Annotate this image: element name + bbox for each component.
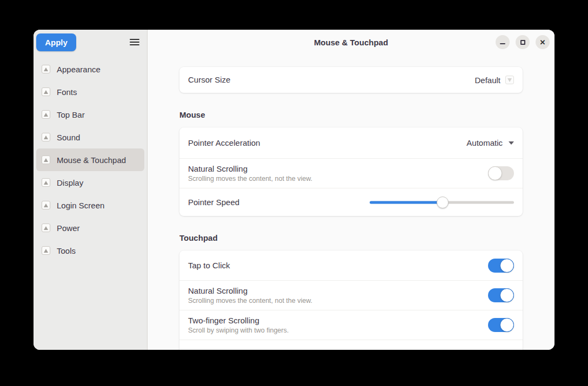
toggle-knob: [500, 318, 514, 332]
sidebar: Apply Appearance Fonts Top Bar Sound: [34, 30, 148, 350]
minimize-icon: [500, 43, 505, 44]
slider-handle[interactable]: [437, 197, 449, 208]
image-missing-icon: [42, 201, 50, 209]
maximize-button[interactable]: [516, 35, 530, 49]
clipped-row: [179, 340, 523, 350]
close-button[interactable]: ✕: [536, 35, 550, 49]
image-missing-icon: [42, 155, 50, 164]
apply-button[interactable]: Apply: [36, 33, 76, 51]
sidebar-nav: Appearance Fonts Top Bar Sound Mouse & T…: [34, 55, 147, 265]
pointer-speed-row: Pointer Speed: [179, 188, 523, 216]
image-missing-icon: [42, 246, 50, 255]
slider-fill: [370, 201, 443, 204]
natural-scrolling-label: Natural Scrolling: [188, 164, 488, 173]
toggle-knob: [500, 288, 514, 302]
minimize-button[interactable]: [496, 35, 510, 49]
sidebar-item-label: Sound: [57, 133, 80, 142]
two-finger-scrolling-subtitle: Scroll by swiping with two fingers.: [188, 327, 488, 334]
sidebar-item-label: Power: [57, 224, 80, 233]
pointer-acceleration-value: Automatic: [466, 138, 503, 147]
sidebar-item-tools[interactable]: Tools: [36, 239, 144, 262]
image-missing-icon: [42, 110, 50, 119]
toggle-knob: [488, 166, 502, 180]
tap-to-click-row: Tap to Click: [179, 250, 523, 280]
natural-scrolling-subtitle: Scrolling moves the content, not the vie…: [188, 297, 488, 304]
mouse-natural-scrolling-row: Natural Scrolling Scrolling moves the co…: [179, 158, 523, 188]
sidebar-item-label: Fonts: [57, 87, 77, 97]
two-finger-scrolling-toggle[interactable]: [488, 318, 514, 332]
two-finger-scrolling-row: Two-finger Scrolling Scroll by swiping w…: [179, 310, 523, 340]
sidebar-item-power[interactable]: Power: [36, 216, 144, 239]
cursor-size-selected-option: Default: [475, 76, 500, 85]
sidebar-item-display[interactable]: Display: [36, 171, 144, 194]
natural-scrolling-subtitle: Scrolling moves the content, not the vie…: [188, 175, 488, 182]
mouse-card: Pointer Acceleration Automatic Natural S…: [179, 127, 523, 216]
pointer-acceleration-label: Pointer Acceleration: [188, 138, 260, 147]
tap-to-click-toggle[interactable]: [488, 259, 514, 273]
maximize-icon: [520, 40, 525, 45]
natural-scrolling-label: Natural Scrolling: [188, 286, 488, 295]
image-missing-icon: [42, 178, 50, 187]
content-pane: Mouse & Touchpad ✕ Cursor Size Default M…: [148, 30, 554, 350]
mouse-section-heading: Mouse: [179, 110, 523, 120]
tap-to-click-label: Tap to Click: [188, 261, 230, 270]
close-icon: ✕: [540, 39, 546, 46]
sidebar-item-login-screen[interactable]: Login Screen: [36, 194, 144, 216]
sidebar-headerbar: Apply: [34, 30, 147, 55]
sidebar-item-appearance[interactable]: Appearance: [36, 58, 144, 80]
cursor-size-label: Cursor Size: [188, 75, 230, 84]
sidebar-item-label: Tools: [57, 246, 76, 255]
dropdown-placeholder-icon: [505, 76, 514, 84]
sidebar-item-mouse-touchpad[interactable]: Mouse & Touchpad: [36, 148, 144, 171]
mouse-natural-scrolling-toggle[interactable]: [488, 166, 514, 180]
image-missing-icon: [42, 133, 50, 141]
touchpad-section-heading: Touchpad: [179, 233, 523, 243]
cursor-size-row[interactable]: Cursor Size Default: [179, 67, 523, 93]
touchpad-card: Tap to Click Natural Scrolling Scrolling…: [179, 250, 523, 350]
sidebar-item-label: Login Screen: [57, 201, 104, 210]
chevron-down-icon: [509, 141, 514, 145]
touchpad-natural-scrolling-toggle[interactable]: [488, 288, 514, 302]
sidebar-item-fonts[interactable]: Fonts: [36, 80, 144, 103]
two-finger-scrolling-label: Two-finger Scrolling: [188, 316, 488, 325]
page-title: Mouse & Touchpad: [314, 38, 388, 47]
pointer-acceleration-row[interactable]: Pointer Acceleration Automatic: [179, 127, 523, 158]
window-controls: ✕: [496, 35, 550, 49]
pointer-speed-label: Pointer Speed: [188, 198, 239, 207]
pointer-speed-slider[interactable]: [370, 196, 514, 209]
gnome-tweaks-window: Apply Appearance Fonts Top Bar Sound: [34, 30, 554, 350]
settings-scroll-area: Cursor Size Default Mouse Pointer Accele…: [148, 55, 554, 350]
image-missing-icon: [42, 224, 50, 232]
sidebar-item-sound[interactable]: Sound: [36, 126, 144, 148]
headerbar: Mouse & Touchpad ✕: [148, 30, 554, 55]
toggle-knob: [500, 259, 514, 273]
image-missing-icon: [42, 65, 50, 73]
cursor-size-card: Cursor Size Default: [179, 67, 523, 93]
image-missing-icon: [42, 87, 50, 96]
sidebar-item-top-bar[interactable]: Top Bar: [36, 103, 144, 126]
cursor-size-value[interactable]: Default: [475, 76, 514, 85]
sidebar-item-label: Appearance: [57, 65, 101, 74]
touchpad-natural-scrolling-row: Natural Scrolling Scrolling moves the co…: [179, 280, 523, 310]
pointer-acceleration-dropdown[interactable]: Automatic: [466, 138, 514, 147]
sidebar-item-label: Mouse & Touchpad: [57, 155, 126, 165]
sidebar-item-label: Display: [57, 178, 83, 187]
sidebar-item-label: Top Bar: [57, 110, 85, 119]
menu-icon[interactable]: [130, 37, 139, 48]
